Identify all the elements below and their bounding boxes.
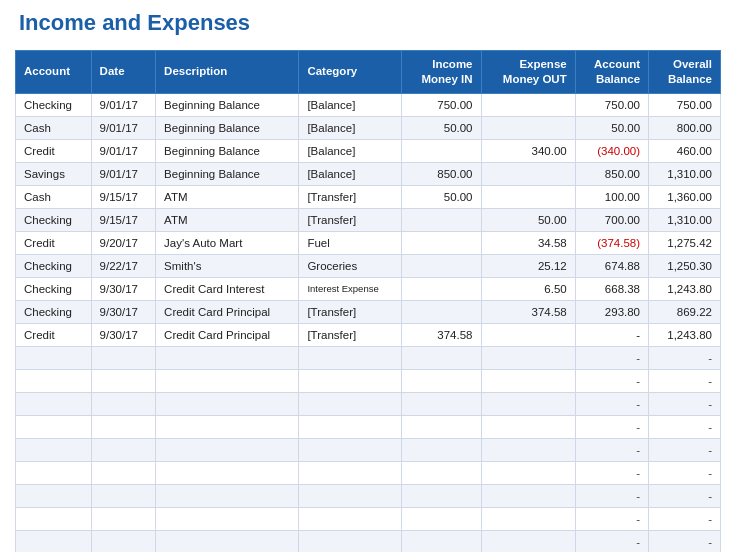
table-row-empty: -- xyxy=(16,438,721,461)
cell-date: 9/30/17 xyxy=(91,277,155,300)
cell-empty: - xyxy=(575,530,648,552)
cell-balance: 100.00 xyxy=(575,185,648,208)
cell-category: [Balance] xyxy=(299,116,402,139)
cell-desc: Beginning Balance xyxy=(156,93,299,116)
cell-empty: - xyxy=(575,484,648,507)
table-row: Checking9/30/17Credit Card Principal[Tra… xyxy=(16,300,721,323)
cell-empty xyxy=(16,369,92,392)
cell-empty xyxy=(481,461,575,484)
cell-balance: 674.88 xyxy=(575,254,648,277)
cell-category: [Balance] xyxy=(299,162,402,185)
table-row-empty: -- xyxy=(16,369,721,392)
cell-desc: Beginning Balance xyxy=(156,162,299,185)
cell-empty: - xyxy=(649,530,721,552)
cell-empty xyxy=(481,392,575,415)
cell-empty xyxy=(91,369,155,392)
cell-income: 750.00 xyxy=(402,93,481,116)
table-row-empty: -- xyxy=(16,484,721,507)
cell-desc: Jay's Auto Mart xyxy=(156,231,299,254)
cell-expense xyxy=(481,185,575,208)
cell-income xyxy=(402,208,481,231)
cell-overall: 1,360.00 xyxy=(649,185,721,208)
cell-empty: - xyxy=(575,346,648,369)
cell-overall: 1,310.00 xyxy=(649,162,721,185)
cell-empty xyxy=(299,438,402,461)
cell-balance: 293.80 xyxy=(575,300,648,323)
cell-date: 9/30/17 xyxy=(91,323,155,346)
cell-empty: - xyxy=(649,369,721,392)
cell-date: 9/15/17 xyxy=(91,208,155,231)
cell-empty xyxy=(299,484,402,507)
cell-empty xyxy=(16,415,92,438)
cell-balance: (374.58) xyxy=(575,231,648,254)
cell-empty xyxy=(481,415,575,438)
cell-expense: 374.58 xyxy=(481,300,575,323)
cell-empty xyxy=(91,392,155,415)
cell-income xyxy=(402,139,481,162)
cell-expense: 25.12 xyxy=(481,254,575,277)
cell-empty xyxy=(299,530,402,552)
cell-empty: - xyxy=(649,484,721,507)
cell-empty xyxy=(481,346,575,369)
cell-empty xyxy=(481,438,575,461)
table-row-empty: -- xyxy=(16,461,721,484)
cell-empty xyxy=(156,530,299,552)
cell-empty: - xyxy=(575,415,648,438)
cell-empty xyxy=(402,484,481,507)
cell-empty xyxy=(156,484,299,507)
cell-empty xyxy=(156,438,299,461)
cell-date: 9/01/17 xyxy=(91,139,155,162)
table-row-empty: -- xyxy=(16,507,721,530)
col-header-expense: ExpenseMoney OUT xyxy=(481,51,575,94)
cell-empty xyxy=(16,346,92,369)
col-header-income: IncomeMoney IN xyxy=(402,51,481,94)
cell-date: 9/20/17 xyxy=(91,231,155,254)
cell-balance: 50.00 xyxy=(575,116,648,139)
cell-date: 9/22/17 xyxy=(91,254,155,277)
cell-account: Checking xyxy=(16,300,92,323)
cell-account: Credit xyxy=(16,323,92,346)
cell-empty xyxy=(299,369,402,392)
cell-empty xyxy=(481,530,575,552)
table-row-empty: -- xyxy=(16,415,721,438)
cell-empty xyxy=(16,484,92,507)
cell-empty xyxy=(91,461,155,484)
cell-expense xyxy=(481,323,575,346)
cell-account: Checking xyxy=(16,277,92,300)
cell-desc: Credit Card Principal xyxy=(156,300,299,323)
cell-category: [Transfer] xyxy=(299,185,402,208)
cell-income: 50.00 xyxy=(402,116,481,139)
cell-empty xyxy=(299,415,402,438)
cell-empty xyxy=(402,530,481,552)
cell-category: Interest Expense xyxy=(299,277,402,300)
cell-empty xyxy=(156,507,299,530)
col-header-date: Date xyxy=(91,51,155,94)
cell-date: 9/01/17 xyxy=(91,162,155,185)
cell-desc: Credit Card Interest xyxy=(156,277,299,300)
cell-empty: - xyxy=(575,507,648,530)
cell-overall: 1,243.80 xyxy=(649,323,721,346)
cell-overall: 1,310.00 xyxy=(649,208,721,231)
cell-account: Credit xyxy=(16,139,92,162)
cell-balance: 850.00 xyxy=(575,162,648,185)
cell-empty: - xyxy=(575,392,648,415)
col-header-desc: Description xyxy=(156,51,299,94)
cell-empty xyxy=(91,484,155,507)
table-row: Credit9/01/17Beginning Balance[Balance]3… xyxy=(16,139,721,162)
cell-empty xyxy=(299,461,402,484)
cell-category: [Transfer] xyxy=(299,323,402,346)
col-header-balance: AccountBalance xyxy=(575,51,648,94)
cell-expense: 340.00 xyxy=(481,139,575,162)
cell-balance: 668.38 xyxy=(575,277,648,300)
cell-overall: 1,275.42 xyxy=(649,231,721,254)
cell-empty xyxy=(91,346,155,369)
cell-date: 9/01/17 xyxy=(91,93,155,116)
col-header-account: Account xyxy=(16,51,92,94)
cell-empty xyxy=(16,438,92,461)
cell-expense xyxy=(481,116,575,139)
cell-empty xyxy=(156,415,299,438)
cell-empty xyxy=(402,507,481,530)
cell-empty: - xyxy=(649,461,721,484)
cell-empty: - xyxy=(649,415,721,438)
cell-category: Fuel xyxy=(299,231,402,254)
